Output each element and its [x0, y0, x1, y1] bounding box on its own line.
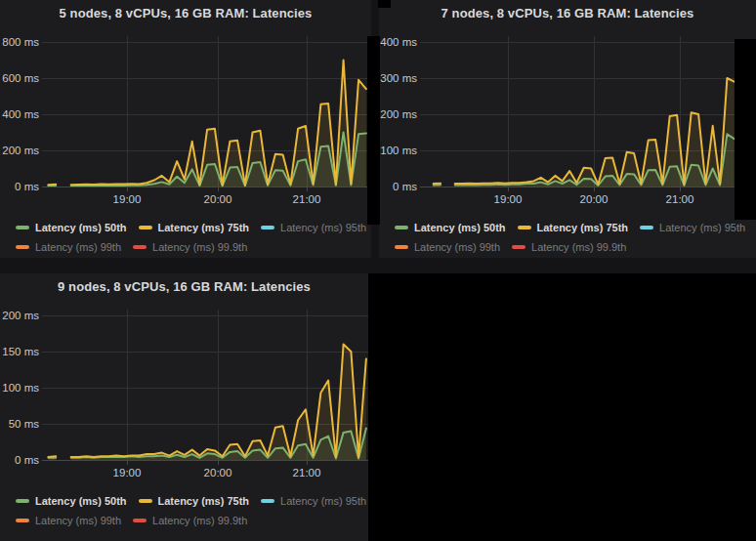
legend-label: Latency (ms) 50th — [35, 495, 127, 507]
legend-label: Latency (ms) 99.9th — [152, 515, 247, 526]
legend-item-75th[interactable]: Latency (ms) 75th — [139, 495, 250, 507]
unrendered-region — [367, 36, 380, 225]
legend-label: Latency (ms) 99th — [35, 241, 121, 253]
panel-9-nodes-latencies: 9 nodes, 8 vCPUs, 16 GB RAM: Latencies 2… — [0, 273, 368, 541]
legend-swatch-icon — [512, 245, 525, 249]
unrendered-region — [735, 39, 756, 220]
legend-label: Latency (ms) 99th — [35, 515, 121, 526]
legend-item-50th[interactable]: Latency (ms) 50th — [16, 222, 127, 233]
legend: Latency (ms) 50thLatency (ms) 75thLatenc… — [395, 218, 752, 257]
legend-item-95th[interactable]: Latency (ms) 95th — [640, 222, 745, 233]
legend: Latency (ms) 50thLatency (ms) 75thLatenc… — [16, 218, 367, 257]
legend-label: Latency (ms) 50th — [35, 222, 127, 233]
legend-label: Latency (ms) 95th — [280, 222, 366, 233]
legend-item-99.9th[interactable]: Latency (ms) 99.9th — [512, 241, 626, 253]
legend-item-99th[interactable]: Latency (ms) 99th — [16, 241, 121, 253]
series-line — [48, 456, 56, 457]
legend-label: Latency (ms) 95th — [659, 222, 745, 233]
legend: Latency (ms) 50thLatency (ms) 75thLatenc… — [16, 491, 364, 530]
legend-item-75th[interactable]: Latency (ms) 75th — [139, 222, 250, 233]
legend-item-50th[interactable]: Latency (ms) 50th — [16, 495, 127, 507]
legend-label: Latency (ms) 75th — [537, 222, 629, 233]
legend-item-99th[interactable]: Latency (ms) 99th — [16, 515, 121, 526]
legend-swatch-icon — [16, 226, 29, 229]
legend-swatch-icon — [139, 226, 152, 229]
legend-swatch-icon — [139, 499, 152, 503]
legend-label: Latency (ms) 95th — [280, 495, 366, 507]
legend-swatch-icon — [16, 245, 29, 249]
legend-item-50th[interactable]: Latency (ms) 50th — [395, 222, 506, 233]
legend-swatch-icon — [640, 226, 653, 229]
legend-label: Latency (ms) 99th — [414, 241, 500, 253]
legend-item-99.9th[interactable]: Latency (ms) 99.9th — [133, 241, 247, 253]
legend-swatch-icon — [16, 519, 29, 522]
unrendered-region — [378, 0, 391, 8]
grafana-dashboard: { "colors": { "panel_bg": "#1c1c1f", "pa… — [0, 0, 756, 541]
legend-swatch-icon — [133, 519, 147, 522]
legend-label: Latency (ms) 99.9th — [152, 241, 247, 253]
legend-item-75th[interactable]: Latency (ms) 75th — [518, 222, 629, 233]
unrendered-region — [368, 273, 756, 541]
legend-swatch-icon — [518, 226, 531, 229]
legend-swatch-icon — [261, 226, 274, 229]
legend-swatch-icon — [133, 245, 147, 249]
legend-label: Latency (ms) 50th — [414, 222, 506, 233]
panel-5-nodes-latencies: 5 nodes, 8 vCPUs, 16 GB RAM: Latencies 8… — [0, 0, 371, 258]
legend-label: Latency (ms) 75th — [158, 495, 250, 507]
legend-label: Latency (ms) 75th — [158, 222, 250, 233]
legend-item-99.9th[interactable]: Latency (ms) 99.9th — [133, 515, 247, 526]
legend-item-95th[interactable]: Latency (ms) 95th — [261, 222, 366, 233]
legend-swatch-icon — [395, 245, 408, 249]
panel-7-nodes-latencies: 7 nodes, 8 vCPUs, 16 GB RAM: Latencies 4… — [379, 0, 756, 258]
legend-swatch-icon — [16, 499, 29, 503]
legend-label: Latency (ms) 99.9th — [531, 241, 626, 253]
legend-item-99th[interactable]: Latency (ms) 99th — [395, 241, 500, 253]
legend-swatch-icon — [395, 226, 408, 229]
legend-item-95th[interactable]: Latency (ms) 95th — [261, 495, 366, 507]
legend-swatch-icon — [261, 499, 274, 503]
